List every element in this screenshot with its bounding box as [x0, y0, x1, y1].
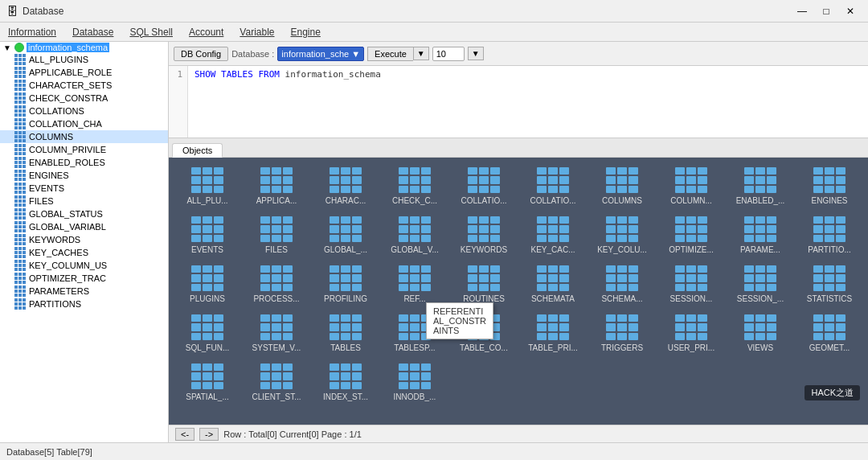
- object-item[interactable]: SQL_FUN...: [175, 311, 240, 355]
- object-item[interactable]: COLLATIO...: [452, 164, 516, 208]
- db-config-button[interactable]: DB Config: [174, 47, 228, 61]
- limit-input[interactable]: [432, 47, 465, 61]
- menu-account[interactable]: Account: [181, 23, 231, 41]
- object-item[interactable]: GEOMET...: [797, 311, 862, 355]
- object-item[interactable]: TABLES: [313, 311, 378, 355]
- app-title: Database: [23, 6, 791, 17]
- tab-bar: Objects: [169, 138, 868, 158]
- tree-item[interactable]: APPLICABLE_ROLE: [0, 66, 168, 79]
- object-item[interactable]: SESSION_...: [728, 262, 792, 306]
- sql-content[interactable]: SHOW TABLES FROM information_schema: [188, 66, 868, 138]
- limit-dropdown[interactable]: ▼: [468, 47, 484, 60]
- menu-database[interactable]: Database: [64, 23, 121, 41]
- database-label: Database :: [231, 49, 274, 59]
- object-item[interactable]: ENABLED_...: [728, 164, 792, 208]
- right-panel: DB Config Database : information_sche ▼ …: [169, 42, 868, 442]
- menu-variable[interactable]: Variable: [231, 23, 282, 41]
- objects-container: ALL_PLU... APPLICA... CHARAC... CHECK_C.…: [175, 164, 862, 405]
- tree-item[interactable]: PARAMETERS: [0, 285, 168, 298]
- tree-item[interactable]: COLLATION_CHA: [0, 117, 168, 130]
- status-text: Row : Total[0] Current[0] Page : 1/1: [223, 429, 362, 439]
- tree-item[interactable]: CHARACTER_SETS: [0, 79, 168, 92]
- object-item[interactable]: APPLICA...: [244, 164, 309, 208]
- tree-item[interactable]: OPTIMIZER_TRAC: [0, 272, 168, 285]
- tree-item[interactable]: COLLATIONS: [0, 105, 168, 117]
- object-item[interactable]: KEYWORDS: [452, 213, 516, 257]
- object-item[interactable]: SPATIAL_...: [175, 360, 240, 405]
- object-item[interactable]: SESSION...: [659, 262, 723, 306]
- bottom-status-text: Database[5] Table[79]: [6, 447, 92, 457]
- object-item[interactable]: PARTITIO...: [797, 213, 862, 257]
- object-item[interactable]: USER_PRI...: [659, 311, 723, 355]
- object-item[interactable]: PROCESS...: [244, 262, 309, 306]
- tree-item[interactable]: EVENTS: [0, 182, 168, 195]
- object-item[interactable]: CLIENT_ST...: [244, 360, 309, 405]
- execute-dropdown[interactable]: ▼: [413, 47, 429, 60]
- object-item[interactable]: CHARAC...: [313, 164, 378, 208]
- object-item[interactable]: COLUMNS: [590, 164, 654, 208]
- object-item[interactable]: PROFILING: [313, 262, 378, 306]
- tree-items: ALL_PLUGINS APPLICABLE_ROLE CHARACTER_SE…: [0, 53, 168, 310]
- tree-item[interactable]: COLUMNS: [0, 130, 168, 143]
- object-item[interactable]: REF...: [383, 262, 447, 306]
- tree-item[interactable]: GLOBAL_VARIABL: [0, 220, 168, 233]
- object-item[interactable]: GLOBAL_V...: [383, 213, 447, 257]
- tab-objects[interactable]: Objects: [172, 143, 223, 158]
- tree-root[interactable]: ▼ information_schema: [0, 42, 168, 53]
- menu-sqlshell[interactable]: SQL Shell: [121, 23, 181, 41]
- object-item[interactable]: GLOBAL_...: [313, 213, 378, 257]
- close-button[interactable]: ✕: [839, 3, 862, 19]
- object-item[interactable]: PARAME...: [728, 213, 792, 257]
- object-item[interactable]: KEY_COLU...: [590, 213, 654, 257]
- app-icon: 🗄: [6, 5, 18, 18]
- tree-item[interactable]: KEY_CACHES: [0, 246, 168, 259]
- next-button[interactable]: ->: [199, 428, 219, 441]
- window-controls: — □ ✕: [791, 3, 862, 19]
- object-item[interactable]: FILES: [244, 213, 309, 257]
- object-item[interactable]: PLUGINS: [175, 262, 240, 306]
- object-item[interactable]: INNODB_...: [383, 360, 447, 405]
- object-item[interactable]: COLLATIO...: [521, 164, 585, 208]
- object-item[interactable]: INDEX_ST...: [313, 360, 378, 405]
- object-item[interactable]: KEY_CAC...: [521, 213, 585, 257]
- object-item[interactable]: COLUMN...: [659, 164, 723, 208]
- object-item[interactable]: CHECK_C...: [383, 164, 447, 208]
- object-item[interactable]: SCHEMA...: [590, 262, 654, 306]
- object-item[interactable]: ENGINES: [797, 164, 862, 208]
- menu-bar: Information Database SQL Shell Account V…: [0, 23, 868, 42]
- tree-item[interactable]: FILES: [0, 195, 168, 207]
- object-item[interactable]: OPTIMIZE...: [659, 213, 723, 257]
- db-root-label: information_schema: [27, 43, 109, 52]
- status-bar: <- -> Row : Total[0] Current[0] Page : 1…: [169, 425, 868, 442]
- tree-item[interactable]: ALL_PLUGINS: [0, 53, 168, 66]
- execute-button[interactable]: Execute: [367, 47, 413, 61]
- tooltip-popup: REFERENTI AL_CONSTR AINTS: [426, 302, 493, 339]
- object-item[interactable]: VIEWS: [728, 311, 792, 355]
- object-item[interactable]: ROUTINES: [452, 262, 516, 306]
- object-item[interactable]: SCHEMATA: [521, 262, 585, 306]
- tree-item[interactable]: KEYWORDS: [0, 233, 168, 246]
- prev-button[interactable]: <-: [175, 428, 194, 441]
- tree-item[interactable]: PARTITIONS: [0, 298, 168, 310]
- watermark: HACK之道: [805, 385, 860, 400]
- object-item[interactable]: TRIGGERS: [590, 311, 654, 355]
- menu-information[interactable]: Information: [0, 23, 64, 41]
- object-item[interactable]: STATISTICS: [797, 262, 862, 306]
- object-item[interactable]: TABLE_PRI...: [521, 311, 585, 355]
- execute-control: Execute ▼: [367, 47, 429, 61]
- tree-item[interactable]: ENGINES: [0, 169, 168, 182]
- database-select[interactable]: information_sche ▼: [277, 47, 364, 61]
- left-panel: ▼ information_schema ALL_PLUGINS APPLICA…: [0, 42, 169, 442]
- tree-item[interactable]: KEY_COLUMN_US: [0, 259, 168, 272]
- tree-item[interactable]: ENABLED_ROLES: [0, 156, 168, 169]
- sql-editor: 1 SHOW TABLES FROM information_schema: [169, 66, 868, 138]
- tree-item[interactable]: COLUMN_PRIVILE: [0, 143, 168, 156]
- maximize-button[interactable]: □: [815, 3, 837, 19]
- object-item[interactable]: ALL_PLU...: [175, 164, 240, 208]
- tree-item[interactable]: GLOBAL_STATUS: [0, 207, 168, 220]
- tree-item[interactable]: CHECK_CONSTRA: [0, 92, 168, 105]
- menu-engine[interactable]: Engine: [283, 23, 329, 41]
- object-item[interactable]: EVENTS: [175, 213, 240, 257]
- minimize-button[interactable]: —: [791, 3, 813, 19]
- object-item[interactable]: SYSTEM_V...: [244, 311, 309, 355]
